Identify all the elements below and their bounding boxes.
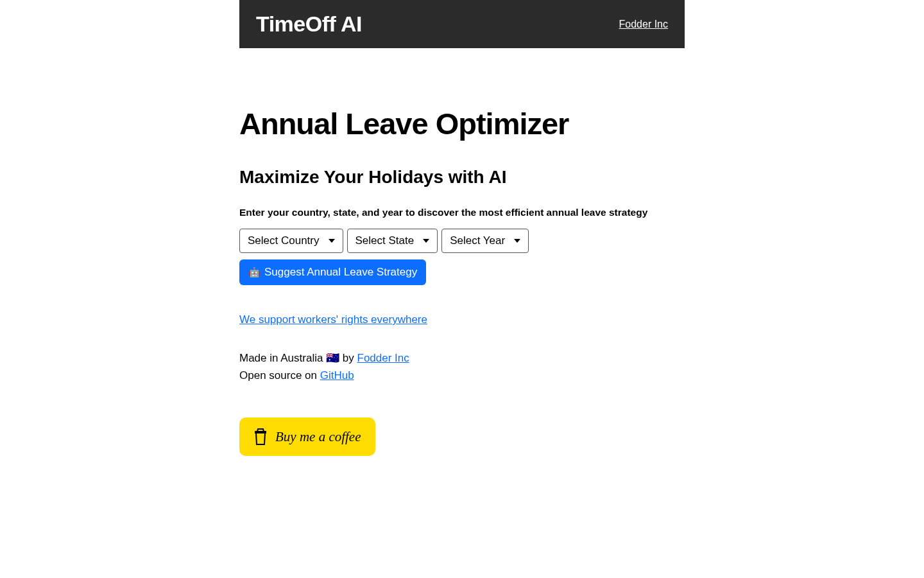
header-fodder-link[interactable]: Fodder Inc — [619, 19, 668, 30]
state-select[interactable]: Select State — [347, 229, 438, 253]
caret-down-icon — [329, 239, 335, 243]
country-select-label: Select Country — [248, 234, 320, 247]
header: TimeOff AI Fodder Inc — [239, 0, 685, 48]
buy-me-a-coffee-button[interactable]: Buy me a coffee — [239, 417, 375, 456]
page-subtitle: Maximize Your Holidays with AI — [239, 167, 685, 188]
country-select[interactable]: Select Country — [239, 229, 343, 253]
state-select-label: Select State — [355, 234, 415, 247]
bmc-label: Buy me a coffee — [275, 429, 361, 445]
madein-prefix: Made in Australia 🇦🇺 by — [239, 352, 357, 364]
year-select[interactable]: Select Year — [441, 229, 529, 253]
logo: TimeOff AI — [256, 12, 362, 37]
github-link[interactable]: GitHub — [320, 369, 354, 381]
fodder-inc-link[interactable]: Fodder Inc — [357, 352, 409, 364]
controls-row: Select Country Select State Select Year — [239, 229, 685, 253]
suggest-strategy-button[interactable]: 🤖 Suggest Annual Leave Strategy — [239, 259, 426, 285]
year-select-label: Select Year — [450, 234, 505, 247]
footer-text: Made in Australia 🇦🇺 by Fodder Inc Open … — [239, 349, 685, 384]
coffee-cup-icon — [253, 428, 268, 446]
caret-down-icon — [514, 239, 520, 243]
caret-down-icon — [423, 239, 429, 243]
page-title: Annual Leave Optimizer — [239, 106, 685, 141]
opensource-prefix: Open source on — [239, 369, 320, 381]
suggest-strategy-label: Suggest Annual Leave Strategy — [264, 266, 417, 279]
instructions-text: Enter your country, state, and year to d… — [239, 207, 685, 218]
robot-icon: 🤖 — [248, 267, 261, 278]
main: Annual Leave Optimizer Maximize Your Hol… — [239, 48, 685, 456]
workers-rights-link[interactable]: We support workers' rights everywhere — [239, 313, 685, 326]
